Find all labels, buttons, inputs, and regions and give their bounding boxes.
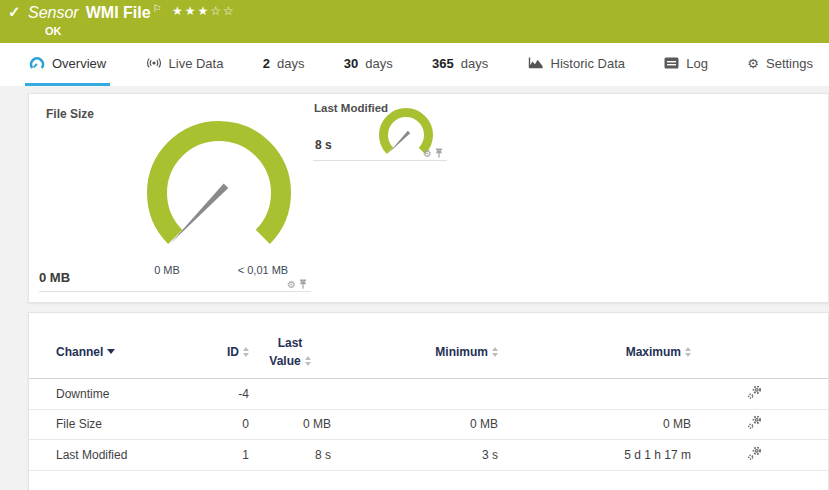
prtg-sensor-page: ✓ SensorWMI File⚐ ★★★☆☆ OK Overview Live… bbox=[0, 0, 829, 490]
gauge-settings-gear-icon[interactable]: ⚙ bbox=[287, 280, 296, 290]
sort-caret-icon bbox=[107, 349, 115, 354]
log-icon bbox=[664, 57, 679, 69]
channel-settings-gears-icon[interactable] bbox=[747, 415, 762, 433]
sort-arrows-icon bbox=[685, 347, 691, 357]
flag-icon[interactable]: ⚐ bbox=[153, 3, 162, 14]
gauge-title: File Size bbox=[46, 107, 94, 121]
status-ok-check-icon: ✓ bbox=[8, 3, 21, 21]
channel-settings-gears-icon[interactable] bbox=[747, 446, 762, 464]
sensor-header: ✓ SensorWMI File⚐ ★★★☆☆ OK bbox=[0, 0, 829, 43]
tab-label: days bbox=[461, 56, 488, 71]
column-label: Minimum bbox=[435, 345, 488, 359]
tab-label: days bbox=[277, 56, 304, 71]
column-header-last-value[interactable]: Last Value bbox=[249, 334, 331, 370]
column-label: Last bbox=[278, 336, 303, 350]
tab-label: days bbox=[365, 56, 392, 71]
gauge-scale-min: 0 MB bbox=[142, 264, 192, 276]
channel-id: -4 bbox=[176, 387, 249, 401]
tab-label: Settings bbox=[766, 56, 813, 71]
file-size-gauge bbox=[114, 116, 294, 266]
tab-label: Overview bbox=[52, 56, 106, 71]
channel-maximum: 5 d 1 h 17 m bbox=[498, 448, 691, 462]
column-header-id[interactable]: ID bbox=[176, 345, 249, 359]
gauge-needle bbox=[389, 131, 410, 153]
sensor-title-line: SensorWMI File⚐ bbox=[28, 3, 162, 22]
column-label: Maximum bbox=[626, 345, 681, 359]
gear-icon: ⚙ bbox=[747, 57, 759, 70]
gauge-hover-controls: ⚙ bbox=[287, 279, 307, 290]
channel-name: Downtime bbox=[56, 387, 176, 401]
tab-log[interactable]: Log bbox=[660, 43, 712, 86]
tab-number: 365 bbox=[432, 56, 454, 71]
tab-label: Historic Data bbox=[551, 56, 625, 71]
historic-chart-icon bbox=[528, 57, 544, 70]
column-label: Value bbox=[269, 352, 300, 370]
sensor-name: WMI File bbox=[86, 4, 151, 21]
column-header-minimum[interactable]: Minimum bbox=[331, 345, 498, 359]
live-broadcast-icon bbox=[146, 57, 162, 69]
table-row-downtime: Downtime -4 bbox=[29, 379, 828, 410]
gauge-settings-gear-icon[interactable]: ⚙ bbox=[423, 149, 432, 159]
priority-stars[interactable]: ★★★☆☆ bbox=[172, 4, 236, 18]
sensor-status-badge: OK bbox=[45, 25, 62, 37]
channel-minimum: 0 MB bbox=[331, 417, 498, 431]
channel-id: 0 bbox=[176, 417, 249, 431]
channel-minimum: 3 s bbox=[331, 448, 498, 462]
last-modified-gauge-widget: Last Modified 8 s ⚙ bbox=[313, 99, 447, 161]
stars-filled: ★★★ bbox=[172, 4, 210, 18]
sort-arrows-icon bbox=[305, 356, 311, 366]
tab-historic-data[interactable]: Historic Data bbox=[524, 43, 629, 86]
channel-current-value: 0 MB bbox=[39, 270, 70, 285]
channels-panel: Channel ID Last Value bbox=[28, 312, 829, 490]
column-label: Channel bbox=[56, 345, 103, 359]
tab-label: Log bbox=[686, 56, 708, 71]
table-row-file-size: File Size 0 0 MB 0 MB 0 MB bbox=[29, 410, 828, 441]
tab-live-data[interactable]: Live Data bbox=[142, 43, 228, 86]
channel-name: File Size bbox=[56, 417, 176, 431]
gauge-scale-max: < 0,01 MB bbox=[228, 264, 298, 276]
channel-last-value: 0 MB bbox=[249, 417, 331, 431]
stars-empty: ☆☆ bbox=[210, 4, 236, 18]
tab-30-days[interactable]: 30 days bbox=[340, 43, 397, 86]
tab-settings[interactable]: ⚙ Settings bbox=[743, 43, 817, 86]
channel-id: 1 bbox=[176, 448, 249, 462]
tab-bar: Overview Live Data 2 days 30 days 365 da… bbox=[0, 43, 829, 86]
tab-number: 30 bbox=[344, 56, 358, 71]
gauge-needle bbox=[170, 184, 228, 244]
table-row-last-modified: Last Modified 1 8 s 3 s 5 d 1 h 17 m bbox=[29, 440, 828, 471]
channel-name: Last Modified bbox=[56, 448, 176, 462]
column-header-maximum[interactable]: Maximum bbox=[498, 345, 691, 359]
file-size-gauge-widget: File Size 0 MB < 0,01 MB 0 MB ⚙ bbox=[39, 104, 311, 292]
gauge-icon bbox=[29, 56, 45, 70]
channel-settings-gears-icon[interactable] bbox=[747, 385, 762, 403]
gauges-panel: File Size 0 MB < 0,01 MB 0 MB ⚙ Last Mod… bbox=[28, 93, 829, 303]
column-header-channel[interactable]: Channel bbox=[56, 345, 176, 359]
table-header-row: Channel ID Last Value bbox=[29, 325, 828, 379]
tab-overview[interactable]: Overview bbox=[25, 43, 110, 86]
tab-2-days[interactable]: 2 days bbox=[259, 43, 309, 86]
pin-icon[interactable] bbox=[299, 279, 307, 290]
tab-number: 2 bbox=[263, 56, 270, 71]
channel-last-value: 8 s bbox=[249, 448, 331, 462]
tab-label: Live Data bbox=[169, 56, 224, 71]
gauge-hover-controls: ⚙ bbox=[423, 148, 443, 159]
channel-maximum: 0 MB bbox=[498, 417, 691, 431]
column-label: ID bbox=[227, 345, 239, 359]
pin-icon[interactable] bbox=[435, 148, 443, 159]
channel-current-value: 8 s bbox=[315, 138, 332, 152]
channels-table: Channel ID Last Value bbox=[29, 313, 828, 471]
tab-365-days[interactable]: 365 days bbox=[428, 43, 492, 86]
object-kind-label: Sensor bbox=[28, 4, 79, 21]
